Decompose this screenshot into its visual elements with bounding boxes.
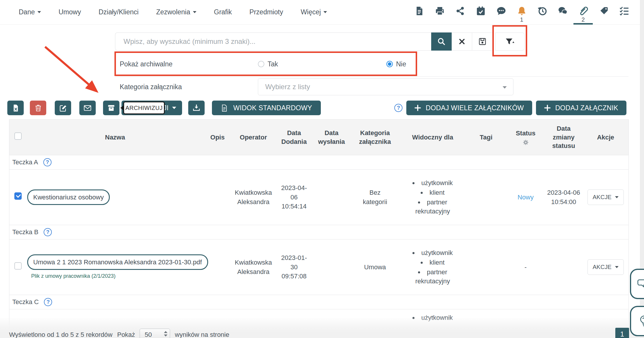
download-button[interactable] xyxy=(188,101,205,115)
attachment-name-pill[interactable]: Kwestionariusz osobowy xyxy=(27,189,110,205)
search-input[interactable] xyxy=(115,32,431,51)
gear-icon[interactable] xyxy=(523,139,529,146)
add-attachment-button[interactable]: DODAJ ZAŁĄCZNIK xyxy=(536,101,626,115)
search-button[interactable] xyxy=(431,32,452,51)
nav-item-dzialy-klienci[interactable]: Działy/Klienci xyxy=(99,8,139,16)
col-kategoria[interactable]: Kategoria załącznika xyxy=(350,120,400,155)
comment-dots-icon[interactable] xyxy=(495,0,507,25)
nav-label: Dane xyxy=(19,8,35,16)
stepper-down-icon[interactable] xyxy=(164,334,167,337)
actions-dropdown-button[interactable]: AKCJE xyxy=(588,259,624,275)
col-nazwa[interactable]: Nazwa xyxy=(27,120,204,155)
nav-item-umowy[interactable]: Umowy xyxy=(59,8,81,16)
edit-icon xyxy=(59,104,67,112)
nav-label: Umowy xyxy=(59,8,81,16)
search-icon xyxy=(437,37,446,46)
radio-selected-icon[interactable] xyxy=(386,61,393,67)
chat-widget-button[interactable] xyxy=(630,269,644,299)
task-list-icon[interactable] xyxy=(618,0,630,25)
nav-item-dane[interactable]: Dane xyxy=(19,8,41,16)
cell-opis xyxy=(204,239,232,295)
calendar-check-icon[interactable] xyxy=(475,0,487,25)
edit-button[interactable] xyxy=(55,101,71,115)
stepper-up-icon[interactable] xyxy=(164,331,167,333)
export-excel-button[interactable] xyxy=(7,101,24,115)
tags-icon[interactable] xyxy=(598,0,609,25)
visible-for-item: użytkownik xyxy=(402,248,463,258)
print-icon[interactable] xyxy=(434,0,446,25)
table-footer: Wyświetlono od 1 do 5 z 5 rekordów Pokaż… xyxy=(0,317,640,338)
table-row: Kwestionariusz osobowy Kwiatkowska Aleks… xyxy=(9,170,629,225)
status-link[interactable]: Nowy xyxy=(518,194,534,201)
filter-toggle-button[interactable] xyxy=(495,32,525,51)
col-widoczny-dla[interactable]: Widoczny dla xyxy=(400,120,466,155)
cell-data-dodania: 2023-04-06 10:54:14 xyxy=(275,170,313,225)
group-help-icon[interactable] xyxy=(44,298,52,306)
nav-item-zezwolenia[interactable]: Zezwolenia xyxy=(156,8,196,16)
standard-view-button[interactable]: WIDOK STANDARDOWY xyxy=(212,101,321,115)
email-button[interactable] xyxy=(79,101,96,115)
cell-opis xyxy=(204,170,232,225)
nav-label: Przedmioty xyxy=(249,8,283,16)
pagination-page-1[interactable]: 1 xyxy=(615,328,629,338)
nav-label: Zezwolenia xyxy=(156,8,190,16)
radio-option-nie[interactable]: Nie xyxy=(386,60,406,68)
chat-messages-icon[interactable] xyxy=(557,0,568,25)
more-options-button[interactable]: PCJI ARCHIWIZUJ xyxy=(121,101,182,115)
per-page-suffix: wyników na stronie xyxy=(175,331,229,338)
col-data-wyslania[interactable]: Data wysłania xyxy=(313,120,350,155)
col-status[interactable]: Status xyxy=(507,120,545,155)
tips-widget-button[interactable] xyxy=(630,306,644,336)
attachments-paperclip-icon[interactable]: 2 xyxy=(577,0,589,25)
row-checkbox[interactable] xyxy=(14,262,22,270)
main-page: Dane Umowy Działy/Klienci Zezwolenia Gra… xyxy=(0,0,640,338)
col-data-dodania[interactable]: Data Dodania xyxy=(275,120,313,155)
chat-bubbles-icon xyxy=(637,277,644,291)
add-one-label: DODAJ ZAŁĄCZNIK xyxy=(555,104,618,112)
row-checkbox-checked[interactable] xyxy=(14,192,22,200)
col-operator[interactable]: Operator xyxy=(232,120,275,155)
delete-button[interactable] xyxy=(30,101,46,115)
actions-dropdown-button[interactable]: AKCJE xyxy=(588,189,624,205)
actions-label: AKCJE xyxy=(593,193,612,201)
group-help-icon[interactable] xyxy=(43,158,52,166)
nav-item-wiecej[interactable]: Więcej xyxy=(301,8,327,16)
attachment-name-pill[interactable]: Umowa 2 1 2023 Romanowska Aleksandra 202… xyxy=(27,254,208,270)
share-icon[interactable] xyxy=(454,0,466,25)
col-tagi[interactable]: Tagi xyxy=(466,120,507,155)
active-tab-underline xyxy=(573,23,593,25)
radio-unselected-icon[interactable] xyxy=(258,61,264,67)
group-row-teczka-b: Teczka B xyxy=(9,225,629,239)
nav-label: Działy/Klienci xyxy=(99,8,139,16)
help-icon[interactable] xyxy=(394,104,402,112)
radio-option-tak[interactable]: Tak xyxy=(258,60,386,68)
archive-button[interactable] xyxy=(103,101,119,115)
group-help-icon[interactable] xyxy=(44,228,52,236)
nav-item-przedmioty[interactable]: Przedmioty xyxy=(249,8,283,16)
notifications-bell-icon[interactable]: 1 xyxy=(516,0,527,25)
excel-file-icon xyxy=(12,104,20,112)
chevron-down-icon xyxy=(193,11,196,13)
category-select[interactable]: Wybierz z listy xyxy=(258,78,513,95)
save-icon xyxy=(478,37,487,46)
page-size-stepper[interactable]: 50 xyxy=(140,329,170,338)
clear-search-button[interactable] xyxy=(452,32,472,51)
cell-widoczny-dla: użytkownik klient partner rekrutacyjny xyxy=(400,170,466,225)
nav-item-grafik[interactable]: Grafik xyxy=(214,8,232,16)
history-icon[interactable] xyxy=(536,0,548,25)
header-select-all xyxy=(9,120,27,155)
documents-icon[interactable] xyxy=(413,0,425,25)
select-all-checkbox[interactable] xyxy=(14,132,22,140)
standard-view-label: WIDOK STANDARDOWY xyxy=(233,104,312,112)
save-search-button[interactable] xyxy=(472,32,493,51)
cell-data-wyslania xyxy=(313,170,350,225)
col-opis[interactable]: Opis xyxy=(204,120,232,155)
attachments-badge: 2 xyxy=(581,16,585,23)
stepper-arrows[interactable] xyxy=(164,331,167,337)
add-many-attachments-button[interactable]: DODAJ WIELE ZAŁĄCZNIKÓW xyxy=(406,101,532,115)
cell-kategoria: Umowa xyxy=(350,239,400,295)
visible-for-item: klient xyxy=(402,258,463,267)
cell-status: - xyxy=(507,239,545,295)
col-data-zmiany-statusu[interactable]: Data zmiany statusu xyxy=(545,120,583,155)
radio-label: Tak xyxy=(268,60,278,68)
